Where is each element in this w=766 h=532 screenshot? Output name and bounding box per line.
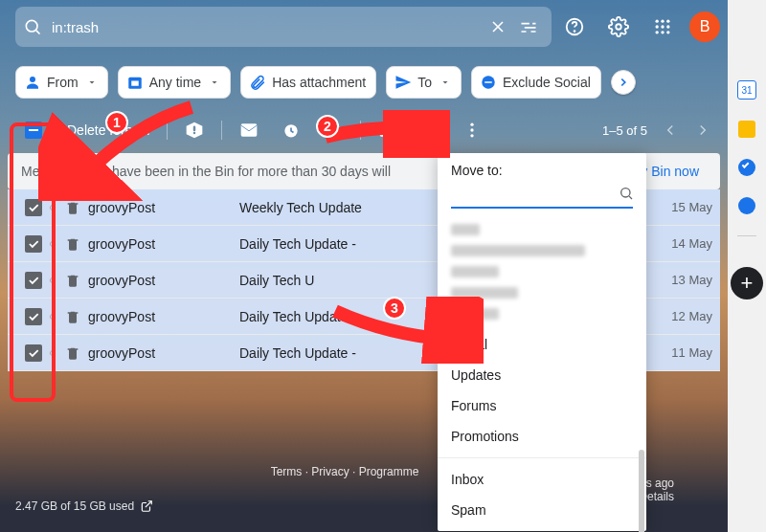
row-checkbox[interactable] (25, 235, 42, 253)
more-icon[interactable] (462, 121, 482, 140)
keep-addon-icon[interactable] (738, 121, 755, 138)
sender: groovyPost (88, 345, 232, 361)
chip-label: From (47, 75, 79, 90)
move-to-dropdown: Move to: Social Updates Forums Promotion… (438, 153, 646, 531)
svg-line-27 (629, 196, 632, 199)
moveto-title: Move to: (438, 153, 646, 180)
row-checkbox[interactable] (25, 272, 42, 289)
account-avatar[interactable]: B (689, 11, 720, 42)
mark-unread-icon[interactable] (239, 121, 259, 140)
chip-label: Any time (149, 75, 201, 90)
svg-point-8 (661, 20, 664, 23)
moveto-search[interactable] (451, 184, 633, 209)
svg-point-26 (621, 188, 630, 197)
svg-point-9 (666, 20, 669, 23)
clear-search-icon[interactable] (488, 17, 507, 36)
row-checkbox[interactable] (25, 308, 42, 325)
svg-rect-20 (484, 81, 492, 83)
search-input[interactable] (52, 19, 483, 35)
svg-point-24 (470, 128, 473, 131)
chip-label: To (417, 75, 432, 90)
svg-point-23 (470, 123, 473, 126)
moveto-item-updates[interactable]: Updates (438, 360, 646, 390)
next-page-icon[interactable] (689, 117, 716, 144)
svg-point-7 (656, 20, 659, 23)
search-icon[interactable] (619, 186, 634, 205)
move-to-icon[interactable] (378, 121, 397, 140)
svg-point-11 (661, 25, 664, 28)
filter-from[interactable]: From (15, 66, 108, 99)
trash-icon (65, 273, 80, 288)
importance-marker[interactable] (49, 203, 56, 211)
settings-icon[interactable] (601, 10, 636, 44)
date: 12 May (671, 309, 712, 323)
select-all-checkbox[interactable] (25, 122, 57, 139)
svg-point-10 (656, 25, 659, 28)
tasks-addon-icon[interactable] (738, 159, 755, 176)
annotation-badge-3: 3 (383, 297, 406, 320)
svg-point-14 (661, 31, 664, 33)
svg-point-25 (470, 134, 473, 137)
banner-text: Messages that have been in the Bin for m… (21, 164, 391, 179)
apps-grid-icon[interactable] (645, 10, 680, 44)
importance-marker[interactable] (49, 348, 56, 356)
divider (438, 457, 646, 458)
scrollbar[interactable] (639, 450, 644, 532)
svg-point-12 (666, 25, 669, 28)
moveto-item-social[interactable]: Social (438, 329, 646, 360)
prev-page-icon[interactable] (657, 117, 684, 144)
contacts-addon-icon[interactable] (738, 197, 755, 214)
search-icon (23, 17, 42, 36)
importance-marker[interactable] (49, 276, 56, 283)
trash-icon (65, 309, 80, 324)
search-options-icon[interactable] (519, 17, 538, 36)
snooze-icon[interactable] (282, 121, 301, 140)
trash-icon (65, 200, 80, 215)
moveto-item-forums[interactable]: Forums (438, 390, 646, 421)
moveto-item-spam[interactable]: Spam (438, 495, 646, 525)
get-addons-icon[interactable]: + (731, 267, 763, 299)
divider (167, 121, 168, 140)
sender: groovyPost (88, 309, 232, 324)
filter-has-attachment[interactable]: Has attachment (240, 66, 376, 99)
svg-point-5 (574, 31, 575, 32)
svg-rect-18 (130, 80, 139, 87)
pagination-count: 1–5 of 5 (602, 123, 647, 138)
svg-point-15 (666, 31, 669, 33)
svg-line-1 (36, 31, 40, 34)
row-checkbox[interactable] (25, 344, 42, 362)
labels-icon[interactable] (420, 121, 439, 140)
calendar-addon-icon[interactable]: 31 (737, 80, 756, 100)
svg-point-0 (26, 20, 37, 32)
sender: groovyPost (88, 200, 232, 215)
chip-label: Has attachment (272, 75, 366, 90)
filter-exclude-social[interactable]: Exclude Social (471, 66, 601, 99)
svg-point-13 (656, 31, 659, 33)
side-panel: 31 + (728, 0, 766, 532)
date: 15 May (671, 200, 712, 214)
moveto-search-input[interactable] (451, 188, 619, 203)
search-box[interactable] (15, 7, 552, 47)
support-icon[interactable] (557, 10, 592, 44)
divider (737, 235, 756, 236)
report-spam-icon[interactable] (185, 121, 204, 140)
sender: groovyPost (88, 236, 232, 252)
chips-scroll-right[interactable] (611, 70, 636, 95)
date: 13 May (671, 273, 712, 287)
divider (221, 121, 222, 140)
moveto-item-inbox[interactable]: Inbox (438, 464, 646, 495)
trash-icon (65, 345, 80, 361)
importance-marker[interactable] (49, 312, 56, 320)
annotation-badge-2: 2 (316, 115, 339, 138)
svg-point-6 (616, 24, 621, 30)
svg-point-16 (30, 77, 35, 82)
date: 11 May (671, 345, 712, 360)
divider (360, 121, 361, 140)
moveto-item-promotions[interactable]: Promotions (438, 421, 646, 452)
date: 14 May (671, 236, 712, 251)
importance-marker[interactable] (49, 239, 56, 247)
filter-any-time[interactable]: Any time (118, 66, 231, 99)
filter-chips-row: From Any time Has attachment To Exclude … (0, 54, 728, 107)
filter-to[interactable]: To (386, 66, 462, 99)
row-checkbox[interactable] (25, 199, 42, 216)
